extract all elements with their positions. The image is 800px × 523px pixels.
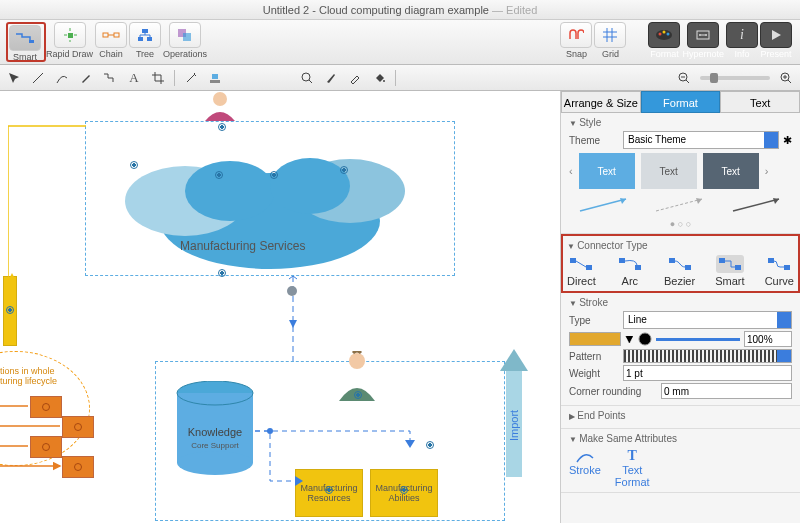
zoom-in-icon[interactable] (778, 70, 794, 86)
svg-rect-63 (685, 265, 691, 270)
svg-rect-61 (635, 265, 641, 270)
connector-tool-icon[interactable] (102, 70, 118, 86)
stroke-header[interactable]: Stroke (569, 297, 792, 308)
curve-tool-icon[interactable] (54, 70, 70, 86)
connector-direct[interactable]: Direct (567, 255, 596, 287)
svg-rect-57 (570, 258, 576, 263)
bucket-icon[interactable] (371, 70, 387, 86)
svg-rect-7 (147, 37, 152, 41)
makesame-textformat[interactable]: TText Format (615, 448, 650, 488)
opacity-slider[interactable] (656, 338, 740, 341)
svg-rect-0 (29, 40, 34, 43)
chevron-left-icon[interactable]: ‹ (569, 165, 573, 177)
svg-rect-64 (719, 258, 725, 263)
svg-marker-49 (500, 349, 528, 371)
line-tool-icon[interactable] (30, 70, 46, 86)
svg-line-59 (576, 261, 586, 267)
crop-tool-icon[interactable] (150, 70, 166, 86)
svg-line-27 (686, 80, 689, 83)
chain-button[interactable] (95, 22, 127, 48)
brush-tool-icon[interactable] (323, 70, 339, 86)
svg-line-51 (580, 199, 626, 211)
svg-line-19 (187, 74, 195, 82)
weight-input[interactable] (623, 365, 792, 381)
hypernote-button[interactable] (687, 22, 719, 48)
main-toolbar: Smart Rapid Draw Chain Tree Operations S… (0, 20, 800, 65)
snap-button[interactable] (560, 22, 592, 48)
svg-rect-3 (114, 33, 119, 37)
svg-rect-20 (212, 74, 218, 79)
svg-point-24 (383, 80, 385, 82)
svg-line-55 (733, 199, 779, 211)
svg-point-15 (699, 34, 701, 36)
svg-point-44 (349, 353, 365, 369)
grid-button[interactable] (594, 22, 626, 48)
svg-point-22 (302, 73, 310, 81)
svg-point-32 (213, 92, 227, 106)
connector-curve[interactable]: Curve (765, 255, 794, 287)
svg-point-13 (667, 33, 670, 36)
corner-input[interactable] (661, 383, 792, 399)
svg-rect-21 (210, 80, 220, 83)
svg-line-53 (656, 199, 702, 211)
arrow-tool-icon[interactable] (6, 70, 22, 86)
rapid-draw-button[interactable] (54, 22, 86, 48)
svg-marker-45 (295, 476, 303, 486)
pen-tool-icon[interactable] (78, 70, 94, 86)
theme-select[interactable]: Basic Theme (623, 131, 779, 149)
swatch-3[interactable]: Text (703, 153, 759, 189)
opacity-input[interactable] (744, 331, 792, 347)
svg-point-16 (705, 34, 707, 36)
makesame-stroke[interactable]: Stroke (569, 448, 601, 488)
svg-rect-2 (103, 33, 108, 37)
info-button[interactable]: i (726, 22, 758, 48)
endpoints-header[interactable]: End Points (569, 410, 792, 421)
makesame-header[interactable]: Make Same Attributes (569, 433, 792, 444)
connector-bezier[interactable]: Bezier (664, 255, 695, 287)
svg-point-36 (185, 161, 275, 221)
tree-button[interactable] (129, 22, 161, 48)
page-dots[interactable]: ● ○ ○ (569, 219, 792, 229)
gear-icon[interactable]: ✱ (783, 134, 792, 147)
stroke-type-select[interactable]: Line (623, 311, 792, 329)
window-titlebar: Untitled 2 - Cloud computing diagram exa… (0, 0, 800, 20)
zoom-out-icon[interactable] (676, 70, 692, 86)
svg-rect-60 (619, 258, 625, 263)
canvas-area[interactable]: Manufacturing Services tions in whole tu… (0, 91, 560, 523)
style-header[interactable]: Style (569, 117, 792, 128)
tab-text[interactable]: Text (720, 91, 800, 113)
svg-point-37 (270, 158, 350, 214)
pattern-select[interactable] (623, 349, 792, 363)
svg-marker-46 (405, 440, 415, 448)
color-wheel-icon[interactable] (638, 332, 652, 346)
wand-tool-icon[interactable] (183, 70, 199, 86)
text-tool-icon[interactable]: A (126, 70, 142, 86)
connector-smart[interactable]: Smart (715, 255, 744, 287)
stroke-color-chip[interactable] (569, 332, 621, 346)
svg-point-11 (659, 33, 662, 36)
import-label: Import (508, 410, 520, 441)
format-button[interactable] (648, 22, 680, 48)
swatch-1[interactable]: Text (579, 153, 635, 189)
operations-button[interactable] (169, 22, 201, 48)
svg-rect-67 (784, 265, 790, 270)
chevron-right-icon[interactable]: › (765, 165, 769, 177)
eyedropper-icon[interactable] (347, 70, 363, 86)
svg-marker-39 (289, 320, 297, 328)
swatch-2[interactable]: Text (641, 153, 697, 189)
present-button[interactable] (760, 22, 792, 48)
svg-point-68 (639, 333, 651, 345)
cloud-label: Manufacturing Services (180, 239, 305, 253)
tab-arrange[interactable]: Arrange & Size (561, 91, 641, 113)
tool-row: A (0, 65, 800, 91)
svg-line-18 (33, 73, 43, 83)
tab-format[interactable]: Format (641, 91, 721, 113)
svg-point-12 (663, 31, 666, 34)
connector-arc[interactable]: Arc (616, 255, 644, 287)
search-icon[interactable] (299, 70, 315, 86)
smart-button[interactable] (9, 25, 41, 51)
stamp-tool-icon[interactable] (207, 70, 223, 86)
svg-rect-1 (68, 33, 73, 38)
zoom-slider[interactable] (700, 76, 770, 80)
connector-type-header[interactable]: Connector Type (567, 240, 794, 251)
